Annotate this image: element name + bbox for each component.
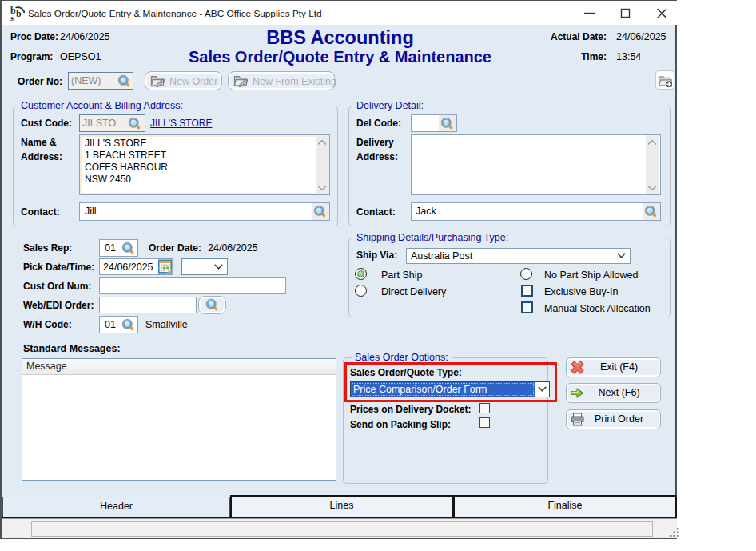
svg-text:b: b (16, 8, 22, 19)
svg-text:s: s (10, 14, 14, 22)
